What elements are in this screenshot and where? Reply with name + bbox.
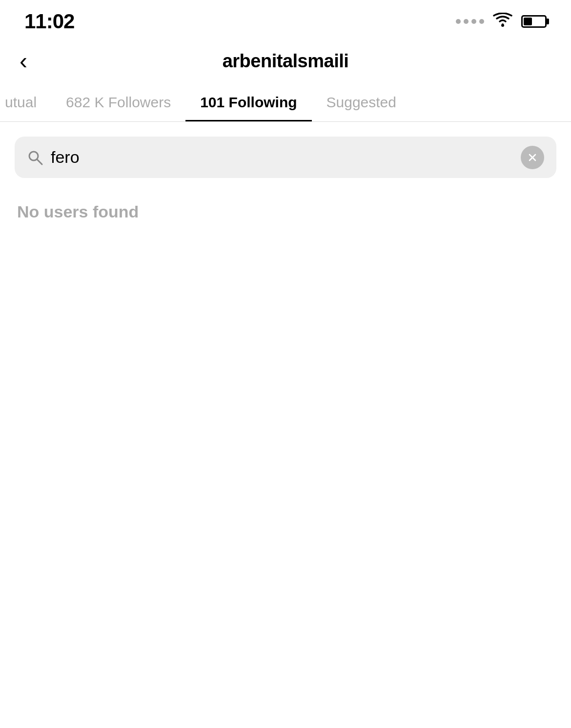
search-input[interactable]	[51, 148, 513, 167]
svg-point-0	[501, 24, 504, 27]
search-container	[0, 122, 571, 183]
battery-icon	[521, 15, 547, 28]
svg-line-2	[37, 159, 42, 164]
tab-suggested[interactable]: Suggested	[312, 83, 411, 121]
nav-header: ‹ arbenitalsmaili	[0, 39, 571, 83]
search-bar	[15, 137, 556, 178]
back-button[interactable]: ‹	[20, 49, 27, 73]
tab-following[interactable]: 101 Following	[185, 83, 311, 121]
no-users-message: No users found	[0, 183, 571, 241]
tab-mutual[interactable]: utual	[5, 83, 51, 121]
page-title: arbenitalsmaili	[223, 51, 349, 72]
wifi-icon	[493, 11, 512, 32]
search-icon	[27, 149, 43, 166]
status-bar: 11:02	[0, 0, 571, 39]
status-icons	[456, 11, 547, 32]
tab-followers[interactable]: 682 K Followers	[51, 83, 185, 121]
tabs-container: utual 682 K Followers 101 Following Sugg…	[0, 83, 571, 122]
search-clear-button[interactable]	[521, 146, 544, 169]
status-time: 11:02	[24, 10, 74, 33]
signal-icon	[456, 19, 484, 24]
